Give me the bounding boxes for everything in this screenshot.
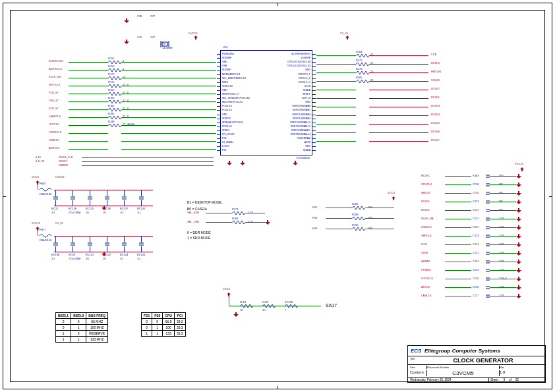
gnd-icon xyxy=(102,206,107,210)
wire xyxy=(69,141,108,142)
net-label: DCLK1 xyxy=(421,200,430,203)
part-ref: C216 xyxy=(473,277,479,280)
crystal-icon xyxy=(160,41,170,47)
title-block: ECS Elitegroup Computer Systems TitleCLO… xyxy=(407,345,546,383)
pwr-icon xyxy=(520,167,524,171)
part-ref: C211 xyxy=(473,208,479,211)
table-header: FS0 xyxy=(152,313,163,319)
part-ref: C224 xyxy=(473,260,479,263)
resistor-icon xyxy=(240,304,253,308)
table-row: 10RESERVE xyxy=(56,331,108,337)
ic-pin-right: REDUT xyxy=(303,93,310,96)
cap-ref: BC141 xyxy=(86,253,94,256)
wire xyxy=(121,141,216,142)
tick xyxy=(278,386,278,389)
page-ref: 6,10 xyxy=(36,155,41,159)
wire xyxy=(369,90,428,90)
cap-ref: BC140 xyxy=(137,207,145,210)
net-label: P1ICLK* xyxy=(49,107,59,110)
net-label: SCLK0 xyxy=(431,78,440,82)
part-ref: R156 xyxy=(108,65,115,68)
part-val: 1K xyxy=(240,308,243,312)
wire xyxy=(316,115,356,116)
part-ref: C219 xyxy=(473,191,479,194)
ic-pin-right: DDRT2/SDRAM-12 xyxy=(291,125,310,128)
net-label: AGPCLK xyxy=(49,146,59,150)
resistor-icon xyxy=(108,76,121,80)
wire xyxy=(369,107,428,107)
wire xyxy=(490,227,516,228)
wire xyxy=(490,296,516,296)
wire xyxy=(121,133,216,134)
wire xyxy=(316,90,356,90)
cap-val: 22U/200M xyxy=(69,257,80,260)
resistor-icon xyxy=(108,84,121,88)
cvcc3-lbl: CVCC3 xyxy=(189,32,198,35)
part-ref: R151 xyxy=(108,57,115,60)
wire xyxy=(54,190,153,190)
net-label: SBPCLK xyxy=(421,234,432,237)
wire xyxy=(90,200,90,206)
net-label: ACCLK xyxy=(421,285,430,289)
wire xyxy=(326,208,352,208)
wire xyxy=(316,107,356,107)
part-ref: R176 xyxy=(108,80,115,84)
table-cell: 133 xyxy=(163,331,175,337)
net-label: LANPCLK xyxy=(49,115,61,118)
wire xyxy=(316,141,356,142)
part-ref: R159 xyxy=(108,88,115,92)
resistor-icon xyxy=(232,211,245,215)
net-label: DCLK6 xyxy=(431,130,440,133)
cap-val: 1U xyxy=(120,211,123,214)
gnd-icon xyxy=(516,251,521,256)
ic-pin-right: VDDCPU_T xyxy=(298,73,310,76)
lbl-docnum: Document Number xyxy=(427,366,500,369)
wire xyxy=(445,253,471,254)
wire xyxy=(124,246,125,252)
page-ref: 6,11,20 xyxy=(36,159,44,163)
pwr-c25v xyxy=(345,36,349,40)
gnd-icon xyxy=(227,161,232,165)
wire xyxy=(121,86,216,86)
wire xyxy=(316,132,356,133)
cap-c28-ref: C28 xyxy=(137,14,142,18)
val-size: Custom xyxy=(410,370,427,376)
resistor-icon xyxy=(108,116,121,119)
wire xyxy=(69,149,108,150)
wire xyxy=(369,98,428,99)
wire xyxy=(121,94,216,94)
right-caps-block: VCC25ECLECR1834R5CPUCLKC218NPNBCLKC219NP… xyxy=(421,174,540,312)
wire xyxy=(206,222,232,223)
wire xyxy=(54,236,153,237)
doc-title: CLOCK GENERATOR xyxy=(423,357,543,364)
wire xyxy=(73,190,73,196)
table-cell: 133 MHZ xyxy=(86,337,108,343)
part-ref: R171 xyxy=(232,208,239,211)
wire xyxy=(490,270,516,271)
ic-pin-right: DDRC0/SDRAM0 xyxy=(292,105,310,107)
wire xyxy=(245,222,265,223)
wire xyxy=(121,101,216,102)
wire xyxy=(326,218,352,219)
table-header: PCI xyxy=(174,313,185,319)
ic-pin-left: MODE/AGPCLK1 xyxy=(222,73,241,76)
table-freq: BSEL1BSEL0BUS FREQ0066 MHZ01100 MHZ10RES… xyxy=(55,312,108,343)
net-label: DCLK4 xyxy=(431,113,440,116)
fb-val: FBAD0.06 xyxy=(40,192,51,196)
ic-pin-left: PCICLK4 xyxy=(222,109,232,111)
ic-pin-right: BUF_IN xyxy=(303,97,310,99)
part-ref: C214 xyxy=(473,242,479,246)
wire xyxy=(445,184,471,185)
ic-pin-left: VDD24 xyxy=(222,129,229,132)
wire xyxy=(445,210,471,211)
ic-pin-right: GND xyxy=(305,101,310,103)
wire xyxy=(490,184,516,185)
mode-block: B1 = DESKTOP MODE,B0 = CASE/A0 = DDR MOD… xyxy=(187,200,293,253)
net-label: DCLK5 xyxy=(431,121,440,125)
wire xyxy=(445,270,471,271)
net-label: RESET xyxy=(59,159,67,163)
vcc-label: VCC3 xyxy=(223,287,230,291)
svg-rect-0 xyxy=(162,42,167,46)
table-cell: 0 xyxy=(71,319,86,325)
wire xyxy=(69,78,108,78)
